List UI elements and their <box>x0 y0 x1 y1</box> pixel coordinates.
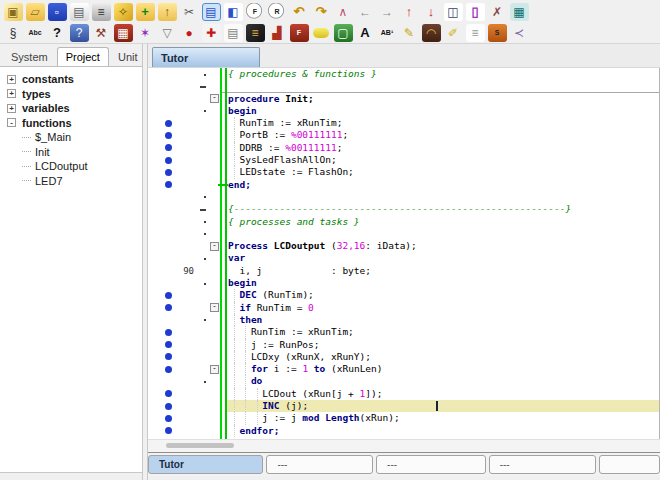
make-f-icon[interactable]: F <box>290 24 309 42</box>
editor-tab-tutor[interactable]: Tutor <box>152 47 260 67</box>
expand-icon[interactable]: + <box>7 75 16 84</box>
expand-icon[interactable]: + <box>7 104 16 113</box>
file-tab----[interactable]: --- <box>266 455 373 474</box>
fold-collapse-icon[interactable]: - <box>210 242 219 251</box>
horizontal-scrollbar-thumb[interactable] <box>166 443 234 448</box>
fold-collapse-icon[interactable]: - <box>210 94 219 103</box>
file-tab-tutor[interactable]: Tutor <box>148 455 263 474</box>
undo-icon[interactable]: ↶ <box>290 3 309 21</box>
preview-icon[interactable]: ◫ <box>444 3 463 21</box>
save-as-icon[interactable]: ▤ <box>70 3 89 21</box>
compass-icon[interactable]: ∧ <box>334 3 353 21</box>
build-wall-icon[interactable]: ▦ <box>114 24 133 42</box>
compiled-line-marker-icon[interactable] <box>165 144 172 151</box>
move-up-icon[interactable]: ↑ <box>400 3 419 21</box>
rom-file-icon[interactable]: ▤ <box>224 24 243 42</box>
tools-icon[interactable]: ✗ <box>488 3 507 21</box>
nav-forward-icon[interactable]: → <box>378 3 397 21</box>
chip-icon[interactable]: ≡ <box>246 24 265 42</box>
help-book-icon[interactable]: ? <box>70 24 89 42</box>
file-tab----[interactable]: --- <box>376 455 486 474</box>
compiled-line-marker-icon[interactable] <box>165 181 172 188</box>
bridge-icon[interactable]: ◠ <box>422 24 441 42</box>
tree-item-constants[interactable]: +constants <box>0 72 142 87</box>
notes-icon[interactable]: ≡ <box>466 24 485 42</box>
highlighter-icon[interactable]: ✐ <box>444 24 463 42</box>
compile-icon[interactable]: ⚒ <box>92 24 111 42</box>
compiled-line-marker-icon[interactable] <box>165 292 172 299</box>
window-icon[interactable]: ◧ <box>224 3 243 21</box>
add-folder-icon[interactable]: + <box>136 3 155 21</box>
fold-collapse-icon[interactable]: - <box>210 303 219 312</box>
print-icon[interactable]: ≡ <box>92 3 111 21</box>
tree-item-functions[interactable]: -functions <box>0 116 142 131</box>
key-icon[interactable]: ✧ <box>114 3 133 21</box>
compiled-line-marker-icon[interactable] <box>165 157 172 164</box>
pen-icon[interactable]: ✎ <box>400 24 419 42</box>
nav-back-icon[interactable]: ← <box>356 3 375 21</box>
compiled-line-marker-icon[interactable] <box>165 366 172 373</box>
collapse-icon[interactable]: - <box>7 118 16 127</box>
move-down-icon[interactable]: ↓ <box>422 3 441 21</box>
wizard-icon[interactable]: ✶ <box>136 24 155 42</box>
horizontal-scrollbar[interactable] <box>148 439 660 452</box>
tree-item-main[interactable]: $_Main <box>0 130 142 145</box>
tree-item-types[interactable]: +types <box>0 87 142 102</box>
speaker-icon[interactable]: S <box>488 24 507 42</box>
tree-item-lcdoutput[interactable]: LCDoutput <box>0 159 142 174</box>
spellcheck-icon[interactable]: Abc <box>26 24 45 42</box>
tree-item-led7[interactable]: LED7 <box>0 174 142 189</box>
sidebar-tab-project[interactable]: Project <box>57 47 109 66</box>
editor-tab-bar: Tutor <box>148 44 660 68</box>
copy-icon[interactable]: ▣ <box>4 3 23 21</box>
compiled-line-marker-icon[interactable] <box>165 132 172 139</box>
compiled-line-marker-icon[interactable] <box>165 341 172 348</box>
code-text: j := RunPos; <box>228 339 320 350</box>
folder-up-icon[interactable]: ↑ <box>158 3 177 21</box>
compiled-line-marker-icon[interactable] <box>165 120 172 127</box>
find-icon[interactable]: F <box>246 3 265 21</box>
compiled-line-marker-icon[interactable] <box>165 169 172 176</box>
splitter-icon[interactable]: ≺ <box>510 24 529 42</box>
code-text: LCDout (xRun[j + 1]); <box>228 388 382 399</box>
compiled-line-marker-icon[interactable] <box>165 329 172 336</box>
tree-item-init[interactable]: Init <box>0 145 142 160</box>
make-stairs-icon[interactable]: ▟ <box>268 24 287 42</box>
code-text: { procedures & functions } <box>228 68 377 79</box>
open-folder-icon[interactable]: ▱ <box>26 3 45 21</box>
tree-item-variables[interactable]: +variables <box>0 101 142 116</box>
save-icon[interactable]: ▫ <box>48 3 67 21</box>
font-a-icon[interactable]: A <box>356 24 375 42</box>
compiled-line-marker-icon[interactable] <box>165 403 172 410</box>
compiled-line-marker-icon[interactable] <box>165 427 172 434</box>
replace-icon[interactable]: R <box>268 3 287 21</box>
sidebar-tab-unit[interactable]: Unit <box>109 47 147 66</box>
font-ab-icon[interactable]: AB¹ <box>378 24 397 42</box>
context-help-icon[interactable]: ? <box>48 24 67 42</box>
fold-collapse-icon[interactable]: - <box>210 365 219 374</box>
redo-icon[interactable]: ↷ <box>312 3 331 21</box>
compiled-line-marker-icon[interactable] <box>165 304 172 311</box>
form-icon[interactable]: ▯ <box>466 3 485 21</box>
code-text: Process LCDoutput (32,16: iData); <box>228 240 417 251</box>
special-chars-icon[interactable]: § <box>4 24 23 42</box>
lcd-icon[interactable] <box>313 28 329 38</box>
tree-connector <box>22 166 31 167</box>
toolbar: ▣▱▫▤≡✧+↑✂▤◧FR↶↷∧←→↑↓◫▯✗▦ §Abc??⚒▦✶▽●✚▤≡▟… <box>0 0 660 44</box>
sidebar-tab-system[interactable]: System <box>2 47 57 66</box>
compiled-line-marker-icon[interactable] <box>165 353 172 360</box>
code-text: { processes and tasks } <box>228 216 360 227</box>
compiled-line-marker-icon[interactable] <box>165 390 172 397</box>
file-tab-empty-4[interactable] <box>599 455 660 474</box>
debug-bug-icon[interactable]: ● <box>180 24 199 42</box>
code-editor[interactable]: { procedures & functions }-procedure Ini… <box>148 68 660 439</box>
filter-icon[interactable]: ▽ <box>158 24 177 42</box>
expand-icon[interactable]: + <box>7 89 16 98</box>
display-icon[interactable]: ▢ <box>334 24 353 42</box>
file-tab----[interactable]: --- <box>489 455 597 474</box>
cut-icon[interactable]: ✂ <box>180 3 199 21</box>
compiled-line-marker-icon[interactable] <box>165 415 172 422</box>
split-view-icon[interactable]: ▤ <box>202 3 221 21</box>
calculator-icon[interactable]: ▦ <box>510 3 529 21</box>
emergency-icon[interactable]: ✚ <box>202 24 221 42</box>
